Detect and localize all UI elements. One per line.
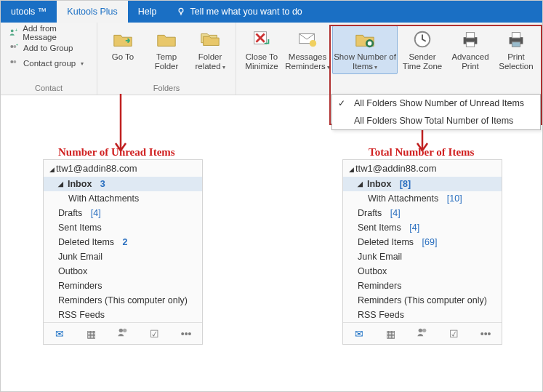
folder-label: Reminders bbox=[58, 281, 102, 291]
tell-me-search[interactable]: Tell me what you want to do bbox=[167, 1, 311, 23]
dropdown-unread-items[interactable]: ✓ All Folders Show Number of Unread Item… bbox=[332, 95, 540, 112]
reminder-icon bbox=[297, 28, 318, 50]
folder-label: Drafts bbox=[358, 208, 382, 218]
svg-point-20 bbox=[119, 329, 123, 332]
folder-label: Junk Email bbox=[358, 252, 402, 262]
svg-point-22 bbox=[419, 329, 422, 332]
contact-group-label: Contact group bbox=[23, 59, 76, 68]
add-to-group-button[interactable]: + Add to Group bbox=[5, 41, 92, 55]
sender-timezone-button[interactable]: Sender Time Zone bbox=[399, 25, 446, 74]
temp-folder-button[interactable]: Temp Folder bbox=[145, 25, 188, 74]
folder-junk-email[interactable]: Junk Email bbox=[44, 249, 202, 264]
add-from-message-button[interactable]: + Add from Message bbox=[5, 25, 92, 40]
folder-count: [8] bbox=[400, 179, 411, 189]
messages-reminders-button[interactable]: Messages Reminders▾ bbox=[284, 25, 331, 74]
folder-rss-feeds[interactable]: RSS Feeds bbox=[343, 308, 502, 322]
folder-with-attachments[interactable]: With Attachments [10] bbox=[343, 191, 502, 206]
folder-sent-items[interactable]: Sent Items bbox=[44, 220, 202, 235]
svg-text:+: + bbox=[15, 28, 18, 33]
nav-calendar-icon[interactable]: ▦ bbox=[76, 325, 108, 343]
contact-group-button[interactable]: Contact group▾ bbox=[5, 56, 92, 71]
folder-inbox[interactable]: ◢Inbox [8] bbox=[343, 177, 502, 191]
nav-iconbar: ✉ ▦ ☑ ••• bbox=[44, 322, 202, 344]
folder-label: Outbox bbox=[358, 266, 387, 276]
folder-stack-icon bbox=[199, 28, 221, 50]
svg-text:+: + bbox=[16, 42, 19, 47]
nav-tasks-icon[interactable]: ☑ bbox=[139, 325, 171, 343]
nav-people-icon[interactable] bbox=[107, 324, 139, 343]
nav-more-icon[interactable]: ••• bbox=[470, 325, 502, 343]
folder-outbox[interactable]: Outbox bbox=[343, 264, 502, 279]
folder-reminders[interactable]: Reminders bbox=[44, 279, 202, 293]
folder-related-button[interactable]: Folder related▾ bbox=[189, 25, 231, 74]
group-add-icon: + bbox=[8, 42, 20, 54]
nav-people-icon[interactable] bbox=[406, 324, 438, 343]
dropdown-unread-label: All Folders Show Number of Unread Items bbox=[354, 98, 524, 108]
account-header[interactable]: ◢ttw1@addin88.com bbox=[44, 160, 202, 177]
contact-add-icon: + bbox=[8, 27, 19, 39]
printer-icon bbox=[459, 28, 481, 50]
advanced-print-button[interactable]: Advanced Print bbox=[447, 25, 494, 74]
folder-count-icon bbox=[354, 28, 376, 50]
lightbulb-icon bbox=[176, 7, 186, 17]
folder-deleted-items[interactable]: Deleted Items 2 bbox=[44, 235, 202, 249]
svg-point-12 bbox=[368, 41, 372, 46]
dropdown-total-label: All Folders Show Total Number of Items bbox=[354, 116, 513, 126]
tab-utools[interactable]: utools ™ bbox=[1, 1, 57, 23]
nav-more-icon[interactable]: ••• bbox=[170, 325, 202, 343]
folder-rss-feeds[interactable]: RSS Feeds bbox=[44, 308, 202, 322]
folder-panel-total: ◢ttw1@addin88.com ◢Inbox [8] With Attach… bbox=[342, 159, 502, 345]
ribbon: + Add from Message + Add to Group Contac… bbox=[1, 23, 542, 95]
svg-point-3 bbox=[10, 45, 13, 48]
advanced-print-label: Advanced Print bbox=[449, 52, 492, 71]
account-header[interactable]: ◢ttw1@addin88.com bbox=[343, 160, 502, 177]
close-minimize-icon bbox=[251, 28, 273, 50]
folder-goto-icon bbox=[112, 28, 134, 50]
folder-count: 2 bbox=[123, 237, 128, 247]
svg-point-6 bbox=[10, 60, 13, 63]
add-to-group-label: Add to Group bbox=[23, 44, 73, 52]
folder-deleted-items[interactable]: Deleted Items [69] bbox=[343, 235, 502, 249]
nav-tasks-icon[interactable]: ☑ bbox=[438, 325, 470, 343]
folder-sent-items[interactable]: Sent Items [4] bbox=[343, 220, 502, 235]
folder-label: Reminders (This computer only) bbox=[358, 295, 487, 305]
ribbon-group-folders: Go To Temp Folder Folder related▾ Folder… bbox=[97, 23, 236, 95]
folder-label: Outbox bbox=[58, 266, 87, 276]
folder-inbox[interactable]: ◢Inbox 3 bbox=[44, 177, 202, 191]
ribbon-group-folders-label: Folders bbox=[102, 82, 231, 95]
dropdown-total-items[interactable]: All Folders Show Total Number of Items bbox=[332, 112, 540, 129]
nav-mail-icon[interactable]: ✉ bbox=[44, 325, 76, 343]
nav-calendar-icon[interactable]: ▦ bbox=[375, 325, 407, 343]
tab-kutools-plus[interactable]: Kutools Plus bbox=[57, 1, 127, 23]
folder-panel-unread: ◢ttw1@addin88.com ◢Inbox 3 With Attachme… bbox=[43, 159, 203, 345]
close-to-minimize-button[interactable]: Close To Minimize bbox=[241, 25, 283, 74]
temp-folder-label: Temp Folder bbox=[147, 52, 186, 71]
nav-mail-icon[interactable]: ✉ bbox=[343, 325, 375, 343]
folder-outbox[interactable]: Outbox bbox=[44, 264, 202, 279]
folder-drafts[interactable]: Drafts [4] bbox=[44, 206, 202, 220]
show-number-of-items-button[interactable]: Show Number of Items▾ bbox=[332, 25, 398, 74]
tab-help[interactable]: Help bbox=[128, 1, 167, 23]
print-selection-button[interactable]: Print Selection bbox=[495, 25, 537, 74]
goto-button[interactable]: Go To bbox=[102, 25, 144, 65]
folder-junk-email[interactable]: Junk Email bbox=[343, 249, 502, 264]
check-icon: ✓ bbox=[338, 98, 345, 108]
print-selection-label: Print Selection bbox=[496, 52, 536, 71]
add-from-message-label: Add from Message bbox=[23, 24, 89, 41]
folder-reminders-local[interactable]: Reminders (This computer only) bbox=[44, 293, 202, 308]
show-number-label: Show Number of Items bbox=[334, 52, 396, 71]
folder-reminders[interactable]: Reminders bbox=[343, 279, 502, 293]
folder-with-attachments[interactable]: With Attachments bbox=[44, 191, 202, 206]
folder-count: [69] bbox=[422, 237, 438, 247]
svg-rect-15 bbox=[466, 33, 474, 39]
clock-icon bbox=[411, 28, 433, 50]
folder-label: Drafts bbox=[58, 208, 82, 218]
folder-count: [4] bbox=[91, 208, 101, 218]
folder-reminders-local[interactable]: Reminders (This computer only) bbox=[343, 293, 502, 308]
folder-drafts[interactable]: Drafts [4] bbox=[343, 206, 502, 220]
folder-label: Inbox bbox=[367, 179, 391, 189]
unread-panel-label: Number of Unread Items bbox=[58, 146, 175, 159]
svg-point-21 bbox=[123, 329, 126, 332]
folder-label: Reminders (This computer only) bbox=[58, 295, 188, 305]
messages-reminders-label: Messages Reminders bbox=[285, 52, 326, 71]
